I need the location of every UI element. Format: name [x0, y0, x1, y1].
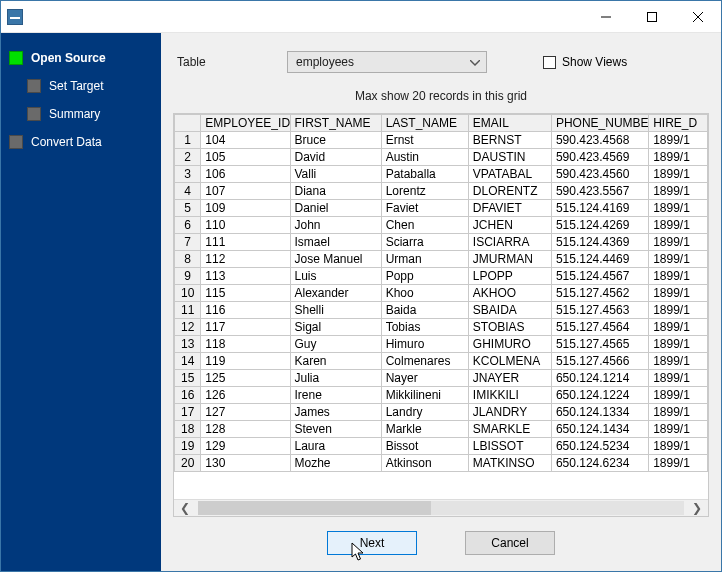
col-header[interactable]: PHONE_NUMBER: [551, 115, 648, 132]
cell-last-name: Chen: [381, 217, 468, 234]
cell-phone: 650.124.1224: [551, 387, 648, 404]
row-header: 14: [175, 353, 201, 370]
row-header: 11: [175, 302, 201, 319]
cell-employee-id: 111: [201, 234, 290, 251]
table-row[interactable]: 7111IsmaelSciarraISCIARRA515.124.4369189…: [175, 234, 708, 251]
table-row[interactable]: 19129LauraBissotLBISSOT650.124.52341899/…: [175, 438, 708, 455]
cell-hire-date: 1899/1: [649, 268, 708, 285]
table-row[interactable]: 18128StevenMarkleSMARKLE650.124.14341899…: [175, 421, 708, 438]
table-label: Table: [177, 55, 267, 69]
step-open-source[interactable]: Open Source: [1, 47, 161, 75]
col-header[interactable]: LAST_NAME: [381, 115, 468, 132]
table-row[interactable]: 13118GuyHimuroGHIMURO515.127.45651899/1: [175, 336, 708, 353]
app-icon: [7, 9, 23, 25]
cell-last-name: Mikkilineni: [381, 387, 468, 404]
scroll-track[interactable]: [198, 501, 684, 515]
table-row[interactable]: 11116ShelliBaidaSBAIDA515.127.45631899/1: [175, 302, 708, 319]
table-row[interactable]: 1104BruceErnstBERNST590.423.45681899/1: [175, 132, 708, 149]
cell-first-name: John: [290, 217, 381, 234]
cell-phone: 515.124.4169: [551, 200, 648, 217]
cell-employee-id: 129: [201, 438, 290, 455]
cell-phone: 650.124.5234: [551, 438, 648, 455]
svg-rect-0: [648, 12, 657, 21]
table-select[interactable]: employees: [287, 51, 487, 73]
cancel-button[interactable]: Cancel: [465, 531, 555, 555]
cell-hire-date: 1899/1: [649, 149, 708, 166]
cell-employee-id: 115: [201, 285, 290, 302]
table-row[interactable]: 16126IreneMikkilineniIMIKKILI650.124.122…: [175, 387, 708, 404]
row-header: 8: [175, 251, 201, 268]
cell-employee-id: 119: [201, 353, 290, 370]
next-button[interactable]: Next: [327, 531, 417, 555]
horizontal-scrollbar[interactable]: ❮ ❯: [174, 499, 708, 516]
step-set-target[interactable]: Set Target: [1, 75, 161, 103]
cell-phone: 650.124.6234: [551, 455, 648, 472]
cell-first-name: Guy: [290, 336, 381, 353]
table-row[interactable]: 15125JuliaNayerJNAYER650.124.12141899/1: [175, 370, 708, 387]
table-row[interactable]: 9113LuisPoppLPOPP515.124.45671899/1: [175, 268, 708, 285]
table-row[interactable]: 2105DavidAustinDAUSTIN590.423.45691899/1: [175, 149, 708, 166]
col-header[interactable]: EMPLOYEE_ID: [201, 115, 290, 132]
cell-hire-date: 1899/1: [649, 183, 708, 200]
cell-email: VPATABAL: [468, 166, 551, 183]
cell-last-name: Khoo: [381, 285, 468, 302]
step-marker-icon: [27, 107, 41, 121]
row-header: 13: [175, 336, 201, 353]
cell-first-name: James: [290, 404, 381, 421]
data-grid: EMPLOYEE_ID FIRST_NAME LAST_NAME EMAIL P…: [173, 113, 709, 517]
cell-employee-id: 128: [201, 421, 290, 438]
header-row: EMPLOYEE_ID FIRST_NAME LAST_NAME EMAIL P…: [175, 115, 708, 132]
col-header[interactable]: EMAIL: [468, 115, 551, 132]
table-row[interactable]: 8112Jose ManuelUrmanJMURMAN515.124.44691…: [175, 251, 708, 268]
cell-last-name: Lorentz: [381, 183, 468, 200]
row-header: 6: [175, 217, 201, 234]
cell-email: DLORENTZ: [468, 183, 551, 200]
row-header: 12: [175, 319, 201, 336]
records-note: Max show 20 records in this grid: [173, 83, 709, 113]
table-row[interactable]: 20130MozheAtkinsonMATKINSO650.124.623418…: [175, 455, 708, 472]
cell-email: SMARKLE: [468, 421, 551, 438]
cell-hire-date: 1899/1: [649, 251, 708, 268]
cell-email: JMURMAN: [468, 251, 551, 268]
maximize-button[interactable]: [629, 2, 675, 32]
col-header[interactable]: HIRE_D: [649, 115, 708, 132]
scroll-thumb[interactable]: [198, 501, 431, 515]
content-panel: Table employees Show Views Max show 20 r…: [161, 33, 721, 571]
table-row[interactable]: 17127JamesLandryJLANDRY650.124.13341899/…: [175, 404, 708, 421]
table-row[interactable]: 4107DianaLorentzDLORENTZ590.423.55671899…: [175, 183, 708, 200]
cell-last-name: Urman: [381, 251, 468, 268]
table-row[interactable]: 14119KarenColmenaresKCOLMENA515.127.4566…: [175, 353, 708, 370]
cell-phone: 515.127.4562: [551, 285, 648, 302]
step-summary[interactable]: Summary: [1, 103, 161, 131]
table-row[interactable]: 5109DanielFavietDFAVIET515.124.41691899/…: [175, 200, 708, 217]
row-header: 1: [175, 132, 201, 149]
cell-hire-date: 1899/1: [649, 336, 708, 353]
show-views-checkbox[interactable]: Show Views: [543, 55, 627, 69]
col-header[interactable]: FIRST_NAME: [290, 115, 381, 132]
cell-phone: 590.423.4568: [551, 132, 648, 149]
cell-email: KCOLMENA: [468, 353, 551, 370]
scroll-left-icon[interactable]: ❮: [176, 501, 194, 515]
cell-employee-id: 125: [201, 370, 290, 387]
minimize-button[interactable]: [583, 2, 629, 32]
cell-first-name: Luis: [290, 268, 381, 285]
cell-phone: 515.124.4567: [551, 268, 648, 285]
table-row[interactable]: 6110JohnChenJCHEN515.124.42691899/1: [175, 217, 708, 234]
close-button[interactable]: [675, 2, 721, 32]
step-label: Summary: [49, 107, 100, 121]
table-row[interactable]: 12117SigalTobiasSTOBIAS515.127.45641899/…: [175, 319, 708, 336]
corner-cell: [175, 115, 201, 132]
row-header: 9: [175, 268, 201, 285]
row-header: 19: [175, 438, 201, 455]
cell-phone: 515.124.4469: [551, 251, 648, 268]
cell-first-name: Ismael: [290, 234, 381, 251]
table-row[interactable]: 10115AlexanderKhooAKHOO515.127.45621899/…: [175, 285, 708, 302]
step-convert-data[interactable]: Convert Data: [1, 131, 161, 159]
cell-employee-id: 127: [201, 404, 290, 421]
cell-first-name: Mozhe: [290, 455, 381, 472]
scroll-right-icon[interactable]: ❯: [688, 501, 706, 515]
cell-hire-date: 1899/1: [649, 200, 708, 217]
cell-first-name: Jose Manuel: [290, 251, 381, 268]
table-row[interactable]: 3106ValliPataballaVPATABAL590.423.456018…: [175, 166, 708, 183]
cell-email: JLANDRY: [468, 404, 551, 421]
